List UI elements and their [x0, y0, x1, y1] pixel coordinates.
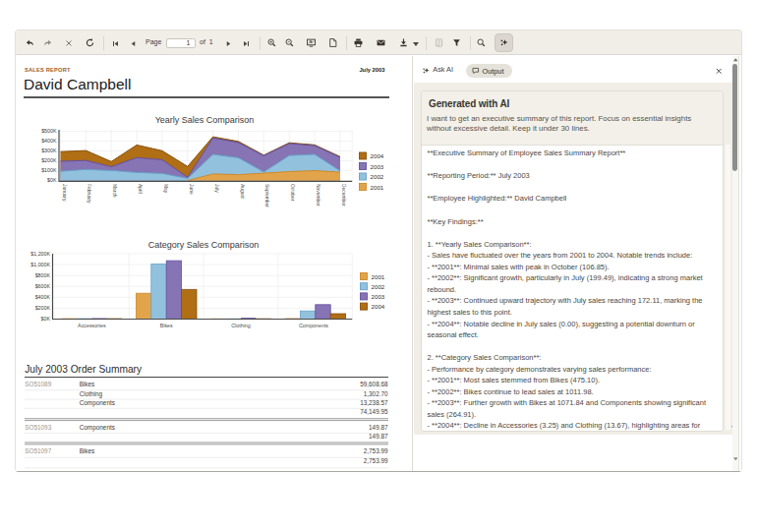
svg-text:74,149.95: 74,149.95: [360, 408, 388, 415]
svg-text:2,753.99: 2,753.99: [364, 447, 388, 454]
svg-text:SO51089: SO51089: [25, 381, 51, 387]
svg-text:Bikes: Bikes: [160, 323, 173, 328]
svg-text:2003: 2003: [372, 293, 385, 300]
svg-text:149.87: 149.87: [369, 433, 388, 440]
svg-text:July: July: [214, 184, 219, 193]
svg-text:2002: 2002: [372, 283, 385, 290]
svg-text:Bikes: Bikes: [80, 381, 95, 387]
svg-text:SO51097: SO51097: [25, 447, 51, 454]
svg-text:June: June: [189, 184, 194, 195]
svg-text:October: October: [290, 184, 295, 202]
svg-text:SO51093: SO51093: [25, 424, 51, 431]
svg-text:Components: Components: [80, 399, 115, 407]
svg-text:59,608.68: 59,608.68: [360, 381, 388, 387]
svg-text:$800K: $800K: [35, 272, 51, 278]
svg-text:2001: 2001: [371, 184, 384, 191]
svg-text:$300K: $300K: [41, 148, 57, 153]
svg-text:$400K: $400K: [35, 294, 51, 300]
svg-text:2001: 2001: [372, 273, 385, 280]
svg-text:Accessories: Accessories: [78, 323, 106, 328]
svg-text:1,302.70: 1,302.70: [364, 390, 388, 397]
svg-text:Components: Components: [80, 424, 115, 432]
svg-text:2003: 2003: [371, 163, 384, 170]
svg-text:$600K: $600K: [35, 283, 51, 289]
svg-text:Components: Components: [299, 323, 328, 328]
svg-text:August: August: [240, 184, 245, 200]
svg-text:2004: 2004: [372, 303, 385, 310]
svg-text:January: January: [62, 184, 67, 202]
svg-text:November: November: [316, 184, 320, 207]
svg-text:$400K: $400K: [41, 138, 57, 144]
svg-text:2004: 2004: [371, 152, 384, 159]
svg-text:Clothing: Clothing: [80, 390, 103, 398]
svg-text:$200K: $200K: [35, 305, 51, 311]
svg-text:March: March: [112, 184, 117, 198]
svg-text:149.87: 149.87: [369, 424, 388, 431]
svg-text:Bikes: Bikes: [80, 447, 95, 454]
svg-text:$0K: $0K: [47, 177, 57, 183]
svg-text:May: May: [163, 184, 168, 194]
svg-text:Category Sales Comparison: Category Sales Comparison: [148, 240, 260, 250]
svg-text:$1,000K: $1,000K: [30, 262, 50, 267]
svg-text:September: September: [264, 184, 269, 207]
svg-text:$500K: $500K: [41, 128, 57, 134]
svg-text:April: April: [138, 184, 143, 194]
svg-text:$1,200K: $1,200K: [30, 251, 50, 257]
svg-text:$100K: $100K: [41, 167, 57, 173]
svg-text:December: December: [341, 184, 346, 207]
svg-text:$200K: $200K: [41, 157, 57, 163]
svg-text:Clothing: Clothing: [231, 323, 250, 328]
svg-text:13,238.57: 13,238.57: [360, 399, 388, 406]
svg-text:Yearly Sales Comparison: Yearly Sales Comparison: [155, 115, 255, 125]
svg-text:February: February: [87, 184, 91, 204]
svg-text:$0K: $0K: [41, 316, 51, 322]
svg-text:2002: 2002: [371, 173, 384, 180]
svg-text:2,753.99: 2,753.99: [364, 457, 388, 464]
svg-text:July 2003 Order Summary: July 2003 Order Summary: [25, 364, 143, 375]
